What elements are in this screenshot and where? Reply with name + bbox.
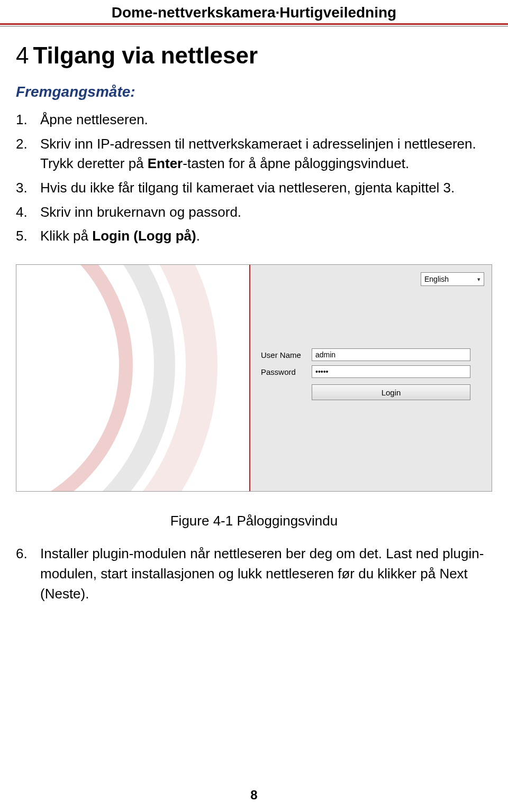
login-button[interactable]: Login <box>312 384 470 400</box>
header-product: Dome-nettverkskamera <box>112 4 276 21</box>
figure-caption: Figure 4-1 Påloggingsvindu <box>16 513 492 529</box>
step-number: 5. <box>16 226 40 246</box>
steps-list-continued: 6. Installer plugin-modulen når nettlese… <box>16 544 492 604</box>
step-text: Installer plugin-modulen når nettleseren… <box>40 544 492 604</box>
page-number: 8 <box>0 788 508 802</box>
step-3: 3. Hvis du ikke får tilgang til kameraet… <box>16 178 492 198</box>
step-number: 4. <box>16 202 40 223</box>
header-doc: Hurtigveiledning <box>279 4 396 21</box>
step-4: 4. Skriv inn brukernavn og passord. <box>16 202 492 223</box>
login-screenshot: English ▾ User Name Password Login <box>16 264 492 492</box>
page-header: Dome-nettverkskamera·Hurtigveiledning <box>0 0 508 26</box>
step-text: Klikk på Login (Logg på). <box>40 226 492 246</box>
section-title: Tilgang via nettleser <box>33 42 258 68</box>
language-select[interactable]: English ▾ <box>421 272 484 286</box>
chevron-down-icon: ▾ <box>477 276 480 283</box>
step-text: Skriv inn IP-adressen til nettverkskamer… <box>40 134 492 174</box>
password-input[interactable] <box>312 365 470 378</box>
header-rule-thin <box>0 26 508 26</box>
header-rule-red <box>0 23 508 25</box>
step-text: Åpne nettleseren. <box>40 110 492 130</box>
step-number: 6. <box>16 544 40 604</box>
step-number: 3. <box>16 178 40 198</box>
username-row: User Name <box>261 348 470 361</box>
username-input[interactable] <box>312 348 470 361</box>
step-text: Hvis du ikke får tilgang til kameraet vi… <box>40 178 492 198</box>
username-label: User Name <box>261 350 312 359</box>
step-text: Skriv inn brukernavn og passord. <box>40 202 492 223</box>
page-content: 4Tilgang via nettleser Fremgangsmåte: 1.… <box>0 30 508 608</box>
steps-list: 1. Åpne nettleseren. 2. Skriv inn IP-adr… <box>16 110 492 246</box>
procedure-label: Fremgangsmåte: <box>16 84 492 100</box>
step-number: 2. <box>16 134 40 174</box>
language-value: English <box>424 275 449 283</box>
password-label: Password <box>261 367 312 376</box>
step-6: 6. Installer plugin-modulen når nettlese… <box>16 544 492 604</box>
step-2: 2. Skriv inn IP-adressen til nettverkska… <box>16 134 492 174</box>
step-number: 1. <box>16 110 40 130</box>
step-1: 1. Åpne nettleseren. <box>16 110 492 130</box>
section-number: 4 <box>16 42 29 68</box>
login-panel: English ▾ User Name Password Login <box>250 265 492 491</box>
password-row: Password <box>261 365 470 378</box>
section-heading: 4Tilgang via nettleser <box>16 42 492 69</box>
step-5: 5. Klikk på Login (Logg på). <box>16 226 492 246</box>
